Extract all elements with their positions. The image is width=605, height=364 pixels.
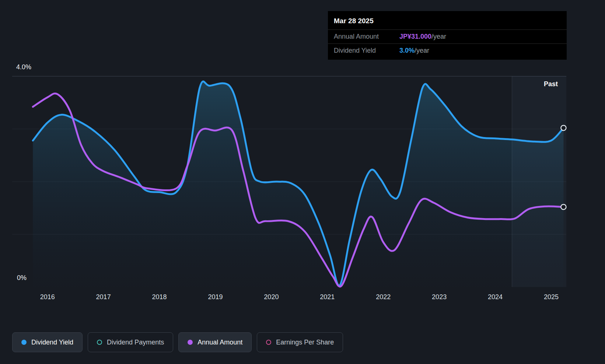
earnings-per-share-marker-icon: [266, 340, 271, 345]
tooltip-value: 3.0%/year: [399, 47, 429, 55]
x-tick-label-2020: 2020: [264, 293, 279, 301]
legend-label: Earnings Per Share: [276, 339, 334, 346]
annual-amount-marker-icon: [188, 340, 193, 345]
x-tick-label-2021: 2021: [320, 293, 335, 301]
chart-tooltip: Mar 28 2025 Annual Amount JP¥31.000/year…: [328, 11, 567, 60]
legend-label: Dividend Yield: [31, 339, 73, 346]
legend-label: Annual Amount: [197, 339, 242, 346]
tooltip-value: JP¥31.000/year: [399, 33, 446, 41]
x-tick-label-2018: 2018: [152, 293, 167, 301]
x-tick-label-2024: 2024: [488, 293, 503, 301]
past-region-overlay: [512, 76, 566, 287]
tooltip-row-annual-amount: Annual Amount JP¥31.000/year: [328, 29, 567, 43]
legend-dividend-payments[interactable]: Dividend Payments: [88, 332, 173, 352]
legend-earnings-per-share[interactable]: Earnings Per Share: [257, 332, 343, 352]
x-tick-label-2022: 2022: [376, 293, 391, 301]
past-region-label: Past: [544, 80, 558, 88]
dividend-chart-panel: 2016201720182019202020212022202320242025…: [0, 0, 605, 364]
tooltip-label: Dividend Yield: [334, 47, 399, 55]
x-tick-label-2016: 2016: [40, 293, 55, 301]
x-tick-label-2019: 2019: [208, 293, 223, 301]
x-tick-label-2017: 2017: [96, 293, 111, 301]
endpoint-marker-annual-amount: [561, 204, 566, 210]
y-axis-min-label: 0%: [17, 274, 27, 282]
dividend-yield-marker-icon: [21, 340, 27, 345]
yield-area-fill: [33, 81, 563, 287]
x-tick-label-2025: 2025: [544, 293, 559, 301]
tooltip-date: Mar 28 2025: [328, 13, 567, 29]
x-tick-label-2023: 2023: [432, 293, 447, 301]
legend-label: Dividend Payments: [107, 339, 164, 346]
legend-annual-amount[interactable]: Annual Amount: [178, 332, 252, 352]
endpoint-marker-dividend-yield: [561, 125, 566, 130]
tooltip-row-dividend-yield: Dividend Yield 3.0%/year: [328, 43, 567, 57]
chart-legend: Dividend Yield Dividend Payments Annual …: [12, 332, 343, 352]
tooltip-label: Annual Amount: [334, 33, 399, 41]
dividend-payments-marker-icon: [97, 340, 102, 345]
y-axis-max-label: 4.0%: [16, 63, 31, 71]
legend-dividend-yield[interactable]: Dividend Yield: [12, 332, 83, 352]
